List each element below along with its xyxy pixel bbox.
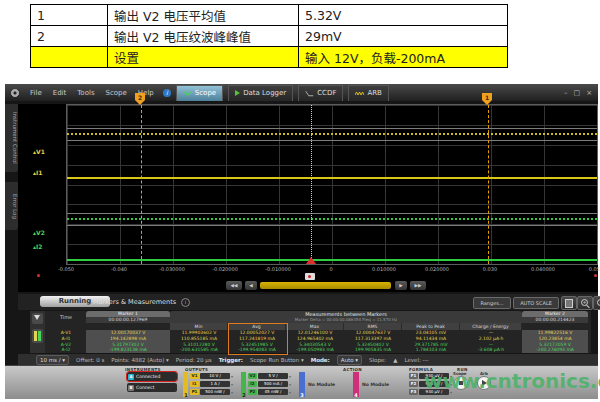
help-circle-icon[interactable]: i: [181, 298, 190, 307]
f1-chip: F1: [409, 373, 418, 379]
trigger-source-select[interactable]: Scope Run Button ▾: [250, 357, 304, 363]
table-icon-column: [30, 311, 45, 353]
v1-setting[interactable]: 10 V /: [200, 373, 230, 379]
tab-scope[interactable]: Scope: [176, 85, 223, 101]
v2-setting[interactable]: 5 V /: [258, 373, 288, 379]
menu-scope[interactable]: Scope: [106, 89, 127, 97]
scroll-right-button[interactable]: ▶: [395, 281, 407, 290]
channel-marker-i2[interactable]: ▴I2: [33, 244, 42, 250]
center-reference-line: [311, 105, 312, 264]
slope-up-icon[interactable]: ▲: [393, 357, 397, 363]
instrument-a-connected-button[interactable]: A Connected: [127, 372, 177, 381]
x-tick: -0.050: [58, 266, 74, 272]
ranges-button[interactable]: Ranges...: [473, 297, 511, 309]
close-button[interactable]: ×: [586, 89, 592, 97]
level-value: Level: ---: [404, 357, 428, 363]
trace-v1: [67, 133, 597, 135]
i1-setting[interactable]: 1 A /: [200, 381, 230, 387]
ccdf-curve-icon: [305, 90, 314, 97]
range-line: [67, 140, 597, 141]
x-tick: 0.020000: [425, 266, 449, 272]
minimize-button[interactable]: –: [564, 89, 568, 97]
tab-ccdf[interactable]: CCDF: [298, 85, 343, 101]
i2-setting[interactable]: 500 mA /: [258, 381, 288, 387]
maximize-button[interactable]: □: [574, 89, 581, 97]
row-label: 设置: [108, 47, 299, 68]
instrument-b-badge: B: [128, 385, 134, 391]
zero-marker-box[interactable]: [305, 273, 315, 280]
menu-bar: File Edit Tools Scope Help i Scope Data …: [5, 84, 598, 101]
range-line: [67, 128, 597, 129]
module4-no-module-label: No Module: [362, 382, 389, 387]
marker2-header[interactable]: Marker 2 00:00:00.214423: [522, 311, 588, 323]
tab-data-logger[interactable]: Data Logger: [228, 85, 293, 101]
tab-label: Scope: [195, 89, 216, 97]
trace-i2: [67, 259, 597, 261]
zero-time-marker[interactable]: [306, 257, 316, 264]
tab-label: CCDF: [317, 89, 336, 97]
menu-file[interactable]: File: [30, 89, 42, 97]
timebase-select[interactable]: 10 ms / ▾: [36, 355, 69, 365]
scroll-fast-right-button[interactable]: ▶▶: [410, 281, 426, 290]
x-tick: 0.010000: [372, 266, 396, 272]
info-icon[interactable]: i: [163, 89, 171, 97]
v1-chip: V1: [190, 373, 199, 379]
zoom-in-icon: +: [581, 299, 588, 306]
x-tick: -0.030000: [159, 266, 185, 272]
axis-limit-dot-left: [37, 274, 40, 277]
scroll-left-button[interactable]: ◀: [245, 281, 257, 290]
scope-grid[interactable]: [66, 104, 598, 265]
mode-select[interactable]: Auto ▾: [337, 355, 362, 365]
channel-select-icon[interactable]: [32, 329, 43, 343]
tab-label: Data Logger: [243, 89, 286, 97]
row-label: 输出 V2 电压纹波峰峰值: [108, 26, 299, 47]
x-tick: 0.030: [483, 266, 497, 272]
channel-marker-v2[interactable]: ▴V2: [33, 230, 45, 236]
zoom-in-button[interactable]: +: [577, 296, 593, 310]
v2-chip: V2: [248, 373, 257, 379]
timebase-toolbar: 10 ms / ▾ Offset: 0 s Points: 4882 (Auto…: [18, 354, 598, 365]
filter-funnel-icon[interactable]: [32, 313, 43, 324]
channel-marker-v1[interactable]: ▴V1: [33, 149, 45, 155]
points-select[interactable]: Points: 4882 (Auto) ▾: [111, 357, 168, 363]
marker1-header[interactable]: Marker 1 00:00:00.127969: [86, 311, 170, 323]
measurement-row-i2: A-I2 -199.823138 mA -200.631585 mA -199.…: [46, 347, 588, 353]
menu-edit[interactable]: Edit: [53, 89, 67, 97]
i1-chip: I1: [190, 381, 199, 387]
play-icon: [235, 90, 240, 96]
i2-chip: I2: [248, 381, 257, 387]
avg-column-highlight: [228, 323, 288, 355]
p1-setting[interactable]: 500 mW /: [200, 389, 230, 395]
table-row-settings: 设置 输入 12V，负载-200mA: [31, 47, 508, 68]
x-tick: 0: [329, 266, 332, 272]
scroll-fast-left-button[interactable]: ◀◀: [226, 281, 242, 290]
p2-setting[interactable]: 45 mW /: [258, 389, 288, 395]
instrument-b-connect-button[interactable]: B Connect: [127, 383, 177, 392]
table-row: 1 输出 V2 电压平均值 5.32V: [31, 5, 508, 26]
trigger-line-2[interactable]: [141, 105, 142, 264]
window-controls: – □ ×: [564, 89, 592, 97]
gear-icon[interactable]: [11, 89, 19, 97]
output-module-1: 1 V110 V /▾ I11 A /▾ P1500 mW /▾: [183, 372, 237, 397]
instrument-a-badge: A: [128, 374, 134, 380]
scope-app-window: File Edit Tools Scope Help i Scope Data …: [5, 84, 598, 398]
sidebar-tab-error-log[interactable]: Error Log: [5, 182, 18, 230]
table-row: 2 输出 V2 电压纹波峰峰值 29mV: [31, 26, 508, 47]
period-value: Period: 20 µs: [176, 357, 212, 363]
export-image-button[interactable]: [561, 296, 577, 310]
trace-v2: [67, 218, 597, 220]
x-tick: -0.010000: [265, 266, 291, 272]
autoscale-button[interactable]: AUTO SCALE: [513, 297, 559, 309]
zoom-out-button[interactable]: -: [593, 296, 600, 310]
mode-label: Mode:: [311, 357, 330, 363]
sidebar-tab-instrument-control[interactable]: Instrument Control: [5, 104, 18, 172]
row-number: 2: [31, 26, 108, 47]
f2-chip: F2: [409, 381, 418, 387]
menu-tools[interactable]: Tools: [77, 89, 94, 97]
channel-marker-i1[interactable]: ▴I1: [33, 170, 42, 176]
arb-waveform-icon: [355, 90, 364, 97]
tab-arb[interactable]: ARB: [348, 85, 388, 101]
row-number: [31, 47, 108, 68]
trigger-line-1[interactable]: [488, 105, 489, 264]
scrollbar-thumb[interactable]: [260, 282, 391, 289]
